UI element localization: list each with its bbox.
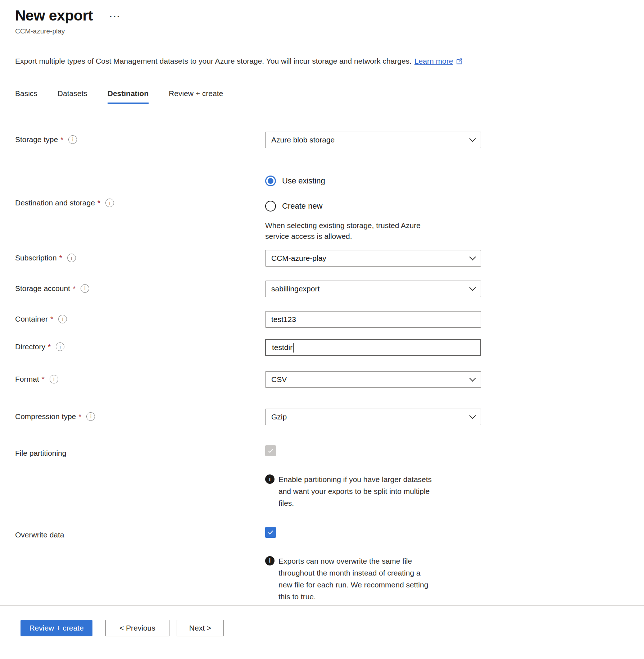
checkmark-icon [267,529,274,536]
page-subtitle: CCM-azure-play [15,27,630,35]
info-icon[interactable] [68,135,77,144]
header: New export ··· [15,7,630,24]
info-icon[interactable] [105,199,114,207]
storage-account-label: Storage account * [15,281,265,293]
info-icon[interactable] [58,315,67,323]
storage-account-row: Storage account * sabillingexport [15,281,630,297]
overwrite-data-label: Overwrite data [15,527,265,539]
format-label: Format * [15,371,265,383]
subscription-label: Subscription * [15,250,265,262]
chevron-down-icon [469,254,476,260]
file-partitioning-info: Enable partitioning if you have larger d… [265,473,452,509]
radio-unselected-icon [265,201,276,212]
compression-type-dropdown[interactable]: Gzip [265,409,481,425]
destination-storage-label: Destination and storage * [15,176,265,207]
previous-button[interactable]: < Previous [105,620,169,636]
info-filled-icon [265,474,275,484]
compression-type-row: Compression type * Gzip [15,409,630,425]
directory-input[interactable]: testdir [265,339,481,356]
container-input[interactable]: test123 [265,311,481,328]
format-dropdown[interactable]: CSV [265,371,481,388]
destination-form: Storage type * Azure blob storage Destin… [15,132,630,603]
text-cursor [293,343,294,353]
tab-destination[interactable]: Destination [108,89,149,104]
directory-label: Directory * [15,339,265,351]
directory-row: Directory * testdir [15,339,630,356]
learn-more-link[interactable]: Learn more [414,57,453,65]
file-partitioning-label: File partitioning [15,445,265,458]
radio-selected-icon [265,176,276,186]
required-asterisk: * [50,315,53,323]
format-row: Format * CSV [15,371,630,388]
chevron-down-icon [469,375,476,381]
chevron-down-icon [469,412,476,419]
info-icon[interactable] [50,375,58,383]
required-asterisk: * [42,375,45,383]
subscription-dropdown[interactable]: CCM-azure-play [265,250,481,267]
file-partitioning-row: File partitioning Enable partitioning if… [15,445,630,509]
container-label: Container * [15,311,265,323]
new-export-page: New export ··· CCM-azure-play Export mul… [0,0,644,636]
checkmark-icon [267,447,274,454]
info-icon[interactable] [86,412,95,421]
info-icon[interactable] [81,284,89,293]
storage-account-dropdown[interactable]: sabillingexport [265,281,481,297]
required-asterisk: * [59,254,62,262]
radio-create-new[interactable]: Create new [265,201,481,212]
review-create-button[interactable]: Review + create [21,620,92,636]
container-row: Container * test123 [15,311,630,328]
file-partitioning-checkbox [265,445,276,456]
description-text: Export multiple types of Cost Management… [15,57,412,65]
required-asterisk: * [60,135,63,144]
wizard-tabs: Basics Datasets Destination Review + cre… [15,89,630,104]
subscription-row: Subscription * CCM-azure-play [15,250,630,267]
required-asterisk: * [48,342,51,351]
required-asterisk: * [73,284,76,293]
tab-datasets[interactable]: Datasets [58,89,87,104]
tab-review-create[interactable]: Review + create [169,89,223,104]
info-filled-icon [265,556,275,565]
page-description: Export multiple types of Cost Management… [15,57,630,65]
info-icon[interactable] [67,254,76,262]
external-link-icon [455,58,463,65]
storage-type-row: Storage type * Azure blob storage [15,132,630,148]
footer-divider [0,605,644,606]
chevron-down-icon [469,284,476,291]
storage-type-dropdown[interactable]: Azure blob storage [265,132,481,148]
required-asterisk: * [97,199,100,207]
storage-type-label: Storage type * [15,132,265,144]
tab-basics[interactable]: Basics [15,89,37,104]
overwrite-data-row: Overwrite data Exports can now overwrite… [15,527,630,603]
next-button[interactable]: Next > [177,620,224,636]
radio-use-existing[interactable]: Use existing [265,176,481,186]
compression-type-label: Compression type * [15,409,265,421]
more-menu-button[interactable]: ··· [109,15,121,18]
chevron-down-icon [469,135,476,142]
overwrite-data-checkbox[interactable] [265,527,276,538]
required-asterisk: * [78,412,81,421]
footer-actions: Review + create < Previous Next > [15,620,630,636]
info-icon[interactable] [56,342,64,351]
overwrite-data-info: Exports can now overwrite the same file … [265,555,452,603]
existing-storage-hint: When selecting existing storage, trusted… [265,220,481,242]
destination-storage-row: Destination and storage * Use existing C… [15,176,630,242]
page-title: New export [15,7,93,24]
